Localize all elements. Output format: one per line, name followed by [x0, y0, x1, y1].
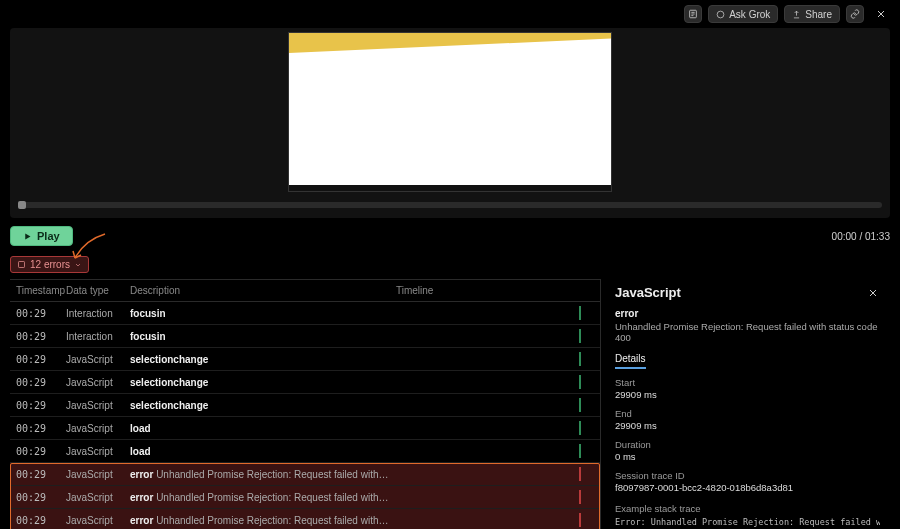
timecode: 00:00 / 01:33 — [832, 231, 890, 242]
cell-timestamp: 00:29 — [10, 492, 66, 503]
errors-filter-button[interactable]: 12 errors — [10, 256, 89, 273]
cell-timeline — [390, 440, 600, 462]
cell-timestamp: 00:29 — [10, 469, 66, 480]
cell-datatype: JavaScript — [66, 377, 124, 388]
error-highlight: 00:29JavaScripterror Unhandled Promise R… — [10, 463, 600, 529]
cell-timeline — [390, 371, 600, 393]
stack-key: Example stack trace — [615, 503, 880, 514]
detail-panel: JavaScript error Unhandled Promise Rejec… — [600, 279, 890, 529]
cell-timestamp: 00:29 — [10, 354, 66, 365]
note-button[interactable] — [684, 5, 702, 23]
end-value: 29909 ms — [615, 420, 880, 431]
cell-timeline — [390, 302, 600, 324]
stack-trace: Error: Unhandled Promise Rejection: Requ… — [615, 517, 880, 529]
cell-timestamp: 00:29 — [10, 446, 66, 457]
cell-timeline — [390, 348, 600, 370]
table-row[interactable]: 00:29JavaScriptload — [10, 440, 600, 463]
cell-timestamp: 00:29 — [10, 515, 66, 526]
session-viewer — [10, 28, 890, 218]
col-datatype: Data type — [66, 285, 124, 296]
events-table: Timestamp Data type Description Timeline… — [10, 279, 600, 529]
cell-datatype: Interaction — [66, 331, 124, 342]
table-row[interactable]: 00:29JavaScripterror Unhandled Promise R… — [10, 486, 600, 509]
start-value: 29909 ms — [615, 389, 880, 400]
start-key: Start — [615, 377, 880, 388]
cell-description: error Unhandled Promise Rejection: Reque… — [124, 469, 390, 480]
cell-description: error Unhandled Promise Rejection: Reque… — [124, 515, 390, 526]
cell-timestamp: 00:29 — [10, 377, 66, 388]
link-button[interactable] — [846, 5, 864, 23]
detail-close-button[interactable] — [866, 286, 880, 300]
table-row[interactable]: 00:29Interactionfocusin — [10, 302, 600, 325]
cell-datatype: JavaScript — [66, 400, 124, 411]
duration-value: 0 ms — [615, 451, 880, 462]
cell-description: selectionchange — [124, 377, 390, 388]
col-description: Description — [124, 285, 390, 296]
ask-grok-label: Ask Grok — [729, 9, 770, 20]
svg-rect-2 — [19, 262, 25, 268]
cell-datatype: JavaScript — [66, 354, 124, 365]
table-row[interactable]: 00:29JavaScriptload — [10, 417, 600, 440]
detail-subhead: error — [615, 308, 880, 319]
cell-description: selectionchange — [124, 400, 390, 411]
table-row[interactable]: 00:29Interactionfocusin — [10, 325, 600, 348]
cell-description: focusin — [124, 308, 390, 319]
table-row[interactable]: 00:29JavaScriptselectionchange — [10, 371, 600, 394]
close-button[interactable] — [872, 5, 890, 23]
cell-timestamp: 00:29 — [10, 331, 66, 342]
cell-timeline — [390, 394, 600, 416]
cell-datatype: JavaScript — [66, 515, 124, 526]
table-row[interactable]: 00:29JavaScriptselectionchange — [10, 348, 600, 371]
scrubber-thumb[interactable] — [18, 201, 26, 209]
cell-timestamp: 00:29 — [10, 308, 66, 319]
play-label: Play — [37, 230, 60, 242]
table-row[interactable]: 00:29JavaScripterror Unhandled Promise R… — [10, 509, 600, 529]
share-label: Share — [805, 9, 832, 20]
trace-value: f8097987-0001-bcc2-4820-018b6d8a3d81 — [615, 482, 880, 493]
cell-description: focusin — [124, 331, 390, 342]
cell-timeline — [390, 417, 600, 439]
cell-description: error Unhandled Promise Rejection: Reque… — [124, 492, 390, 503]
cell-datatype: JavaScript — [66, 423, 124, 434]
cell-description: selectionchange — [124, 354, 390, 365]
cell-datatype: JavaScript — [66, 446, 124, 457]
scrubber[interactable] — [18, 202, 882, 208]
cell-description: load — [124, 423, 390, 434]
table-row[interactable]: 00:29JavaScriptselectionchange — [10, 394, 600, 417]
cell-timestamp: 00:29 — [10, 400, 66, 411]
play-button[interactable]: Play — [10, 226, 73, 246]
detail-tab-details[interactable]: Details — [615, 353, 646, 369]
trace-key: Session trace ID — [615, 470, 880, 481]
table-row[interactable]: 00:29JavaScripterror Unhandled Promise R… — [10, 463, 600, 486]
cell-description: load — [124, 446, 390, 457]
ask-grok-button[interactable]: Ask Grok — [708, 5, 778, 23]
chevron-down-icon — [74, 261, 82, 269]
table-header: Timestamp Data type Description Timeline — [10, 280, 600, 302]
share-button[interactable]: Share — [784, 5, 840, 23]
detail-subtext: Unhandled Promise Rejection: Request fai… — [615, 321, 880, 343]
cell-timeline — [390, 509, 600, 529]
cell-timeline — [390, 463, 600, 485]
errors-filter-label: 12 errors — [30, 259, 70, 270]
end-key: End — [615, 408, 880, 419]
svg-point-1 — [717, 11, 724, 18]
cell-datatype: JavaScript — [66, 492, 124, 503]
detail-title: JavaScript — [615, 285, 681, 300]
duration-key: Duration — [615, 439, 880, 450]
col-timeline: Timeline — [390, 285, 600, 296]
cell-timeline — [390, 486, 600, 508]
session-screen — [288, 32, 612, 192]
cell-timeline — [390, 325, 600, 347]
cell-datatype: JavaScript — [66, 469, 124, 480]
cell-datatype: Interaction — [66, 308, 124, 319]
top-toolbar: Ask Grok Share — [0, 0, 900, 28]
col-timestamp: Timestamp — [10, 285, 66, 296]
cell-timestamp: 00:29 — [10, 423, 66, 434]
